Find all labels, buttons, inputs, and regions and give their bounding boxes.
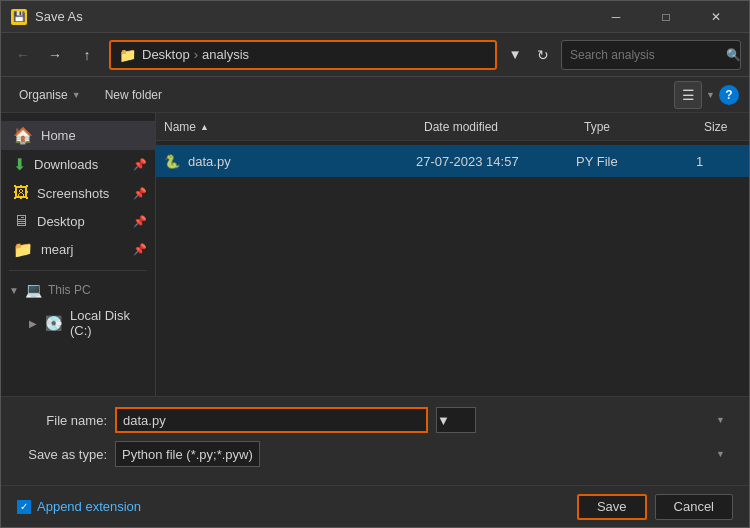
sidebar-item-mearj-label: mearj: [41, 242, 74, 257]
save-button[interactable]: Save: [577, 494, 647, 520]
filename-row: File name: ▼: [17, 407, 733, 433]
search-icon: 🔍: [726, 48, 741, 62]
home-icon: 🏠: [13, 126, 33, 145]
column-date-label: Date modified: [424, 120, 498, 134]
path-separator: ›: [194, 47, 198, 62]
sidebar-item-downloads[interactable]: ⬇ Downloads 📌: [1, 150, 155, 179]
desktop-pin-icon: 📌: [133, 215, 147, 228]
sidebar-item-desktop[interactable]: 🖥 Desktop 📌: [1, 207, 155, 235]
column-size-label: Size: [704, 120, 727, 134]
thispc-expand-icon: ▼: [9, 285, 19, 296]
view-button[interactable]: ☰: [674, 81, 702, 109]
sidebar-item-mearj[interactable]: 📁 mearj 📌: [1, 235, 155, 264]
sidebar-group-thispc[interactable]: ▼ 💻 This PC: [1, 277, 155, 303]
bottom-form: File name: ▼ Save as type: Python file (…: [1, 396, 749, 485]
sidebar-localdisk-label: Local Disk (C:): [70, 308, 147, 338]
file-list: Name ▲ Date modified Type Size 🐍 data: [156, 113, 749, 396]
title-bar: 💾 Save As ─ □ ✕: [1, 1, 749, 33]
save-as-dialog: 💾 Save As ─ □ ✕ ← → ↑ 📁 Desktop › analys…: [0, 0, 750, 528]
file-list-body: 🐍 data.py 27-07-2023 14:57 PY File 1: [156, 141, 749, 396]
column-name[interactable]: Name ▲: [164, 120, 424, 134]
localdisk-expand-icon: ▶: [29, 318, 37, 329]
search-bar: 🔍: [561, 40, 741, 70]
filename-dropdown[interactable]: ▼: [436, 407, 476, 433]
path-segment-analysis: analysis: [202, 47, 249, 62]
column-type-label: Type: [584, 120, 610, 134]
help-button[interactable]: ?: [719, 85, 739, 105]
mearj-folder-icon: 📁: [13, 240, 33, 259]
title-controls: ─ □ ✕: [593, 2, 739, 32]
path-text: Desktop › analysis: [142, 47, 249, 62]
new-folder-label: New folder: [105, 88, 162, 102]
file-type-cell: PY File: [576, 154, 696, 169]
new-folder-button[interactable]: New folder: [97, 84, 170, 106]
title-bar-left: 💾 Save As: [11, 9, 83, 25]
refresh-button[interactable]: ↻: [529, 41, 557, 69]
file-name-cell: 🐍 data.py: [164, 154, 416, 169]
main-content: 🏠 Home ⬇ Downloads 📌 🖼 Screenshots 📌 🖥 D…: [1, 113, 749, 396]
sidebar-item-desktop-label: Desktop: [37, 214, 85, 229]
up-button[interactable]: ↑: [73, 41, 101, 69]
sort-icon: ▲: [200, 122, 209, 132]
screenshots-icon: 🖼: [13, 184, 29, 202]
mearj-pin-icon: 📌: [133, 243, 147, 256]
filename-input[interactable]: [115, 407, 428, 433]
download-icon: ⬇: [13, 155, 26, 174]
organise-button[interactable]: Organise ▼: [11, 84, 89, 106]
sidebar: 🏠 Home ⬇ Downloads 📌 🖼 Screenshots 📌 🖥 D…: [1, 113, 156, 396]
python-file-icon: 🐍: [164, 154, 180, 169]
sidebar-thispc-label: This PC: [48, 283, 91, 297]
view-chevron-icon: ▼: [706, 90, 715, 100]
path-folder-icon: 📁: [119, 47, 136, 63]
search-input[interactable]: [570, 48, 720, 62]
savetype-select[interactable]: Python file (*.py;*.pyw): [115, 441, 260, 467]
navigation-bar: ← → ↑ 📁 Desktop › analysis ▼ ↻ 🔍: [1, 33, 749, 77]
organise-label: Organise: [19, 88, 68, 102]
path-segment-desktop: Desktop: [142, 47, 190, 62]
column-name-label: Name: [164, 120, 196, 134]
savetype-row: Save as type: Python file (*.py;*.pyw): [17, 441, 733, 467]
path-dropdown-button[interactable]: ▼: [505, 41, 525, 69]
sidebar-item-localdisk[interactable]: ▶ 💽 Local Disk (C:): [1, 303, 155, 343]
screenshots-pin-icon: 📌: [133, 187, 147, 200]
file-size-cell: 1: [696, 154, 741, 169]
dialog-title: Save As: [35, 9, 83, 24]
append-extension-checkbox[interactable]: ✓: [17, 500, 31, 514]
column-date[interactable]: Date modified: [424, 120, 584, 134]
sidebar-item-screenshots[interactable]: 🖼 Screenshots 📌: [1, 179, 155, 207]
disk-icon: 💽: [45, 315, 62, 331]
desktop-icon: 🖥: [13, 212, 29, 230]
close-button[interactable]: ✕: [693, 2, 739, 32]
savetype-label: Save as type:: [17, 447, 107, 462]
minimize-button[interactable]: ─: [593, 2, 639, 32]
filename-label: File name:: [17, 413, 107, 428]
column-size[interactable]: Size: [704, 120, 741, 134]
maximize-button[interactable]: □: [643, 2, 689, 32]
sidebar-item-downloads-label: Downloads: [34, 157, 98, 172]
thispc-icon: 💻: [25, 282, 42, 298]
footer-left: ✓ Append extension: [17, 499, 141, 514]
toolbar: Organise ▼ New folder ☰ ▼ ?: [1, 77, 749, 113]
sidebar-item-home-label: Home: [41, 128, 76, 143]
organise-chevron-icon: ▼: [72, 90, 81, 100]
cancel-button[interactable]: Cancel: [655, 494, 733, 520]
path-bar: 📁 Desktop › analysis: [109, 40, 497, 70]
file-date-cell: 27-07-2023 14:57: [416, 154, 576, 169]
forward-button[interactable]: →: [41, 41, 69, 69]
table-row[interactable]: 🐍 data.py 27-07-2023 14:57 PY File 1: [156, 145, 749, 177]
downloads-pin-icon: 📌: [133, 158, 147, 171]
footer: ✓ Append extension Save Cancel: [1, 485, 749, 527]
append-extension-label: Append extension: [37, 499, 141, 514]
sidebar-divider: [9, 270, 147, 271]
file-name-value: data.py: [188, 154, 231, 169]
column-type[interactable]: Type: [584, 120, 704, 134]
file-list-header: Name ▲ Date modified Type Size: [156, 113, 749, 141]
sidebar-item-home[interactable]: 🏠 Home: [1, 121, 155, 150]
toolbar-right: ☰ ▼ ?: [674, 81, 739, 109]
dialog-icon: 💾: [11, 9, 27, 25]
sidebar-item-screenshots-label: Screenshots: [37, 186, 109, 201]
back-button[interactable]: ←: [9, 41, 37, 69]
